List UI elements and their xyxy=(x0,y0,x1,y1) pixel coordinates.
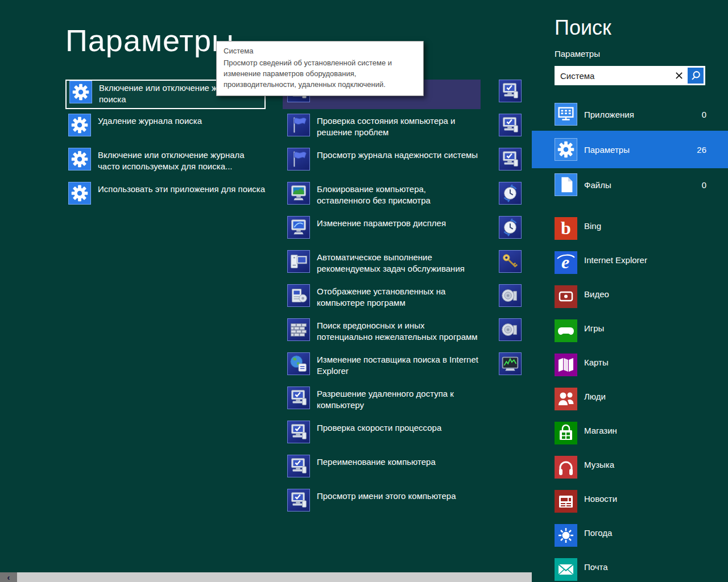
settings-result-label: Изменение поставщика поиска в Internet E… xyxy=(317,352,481,377)
filter-label: Файлы xyxy=(584,180,611,190)
svg-text:b: b xyxy=(561,218,571,238)
settings-result-label: Использовать эти приложения для поиска xyxy=(98,182,265,195)
computer-check-icon xyxy=(499,114,522,136)
start-search-screen: Параметры Включение или отключение журна… xyxy=(0,0,728,582)
app-result[interactable]: Музыка xyxy=(555,456,717,479)
settings-result-label: Включение или отключение журнала часто и… xyxy=(98,148,266,172)
settings-result-label: Проверка состояния компьютера и решение … xyxy=(317,114,481,138)
close-icon xyxy=(674,70,684,81)
page-title: Параметры xyxy=(65,23,234,58)
settings-result-partial[interactable] xyxy=(499,114,532,148)
app-result[interactable]: eInternet Explorer xyxy=(555,251,717,274)
gear-icon xyxy=(68,114,91,136)
app-result-label: Карты xyxy=(584,354,609,368)
settings-result-label: Удаление журнала поиска xyxy=(98,114,202,127)
settings-result-partial[interactable] xyxy=(499,284,532,318)
app-result[interactable]: Почта xyxy=(555,558,717,581)
settings-result[interactable]: Просмотр имени этого компьютера xyxy=(283,489,481,523)
weather-icon xyxy=(555,524,577,547)
flag-icon xyxy=(287,114,310,136)
settings-result-label: Просмотр имени этого компьютера xyxy=(317,489,456,502)
computer-check-icon xyxy=(287,489,310,512)
speaker-icon xyxy=(499,318,522,341)
settings-result[interactable]: Разрешение удаленного доступа к компьюте… xyxy=(283,386,481,421)
tooltip-title: Система xyxy=(224,46,416,56)
search-input[interactable] xyxy=(555,71,671,81)
search-filter-files[interactable]: Файлы0 xyxy=(532,168,728,201)
gear-icon xyxy=(69,81,92,103)
settings-result[interactable]: Проверка состояния компьютера и решение … xyxy=(283,114,481,148)
settings-result[interactable]: Блокирование компьютера, оставленного бе… xyxy=(283,182,481,216)
app-result-label: Люди xyxy=(584,388,606,402)
pane-title: Поиск xyxy=(555,16,611,40)
settings-result-partial[interactable] xyxy=(499,148,532,182)
app-result[interactable]: Люди xyxy=(555,388,717,410)
gear-icon xyxy=(555,138,577,161)
settings-result-partial[interactable] xyxy=(499,318,532,352)
settings-result-label: Блокирование компьютера, оставленного бе… xyxy=(317,182,481,206)
settings-result[interactable]: Проверка скорости процессора xyxy=(283,421,481,455)
search-filter-settings[interactable]: Параметры26 xyxy=(532,131,728,168)
app-result[interactable]: Видео xyxy=(555,285,717,308)
store-icon xyxy=(555,422,577,444)
settings-result-partial[interactable] xyxy=(499,250,532,284)
bing-b-icon: b xyxy=(555,217,577,240)
app-result[interactable]: Магазин xyxy=(555,422,717,444)
tooltip-body: Просмотр сведений об установленной систе… xyxy=(224,57,416,90)
app-result[interactable]: Погода xyxy=(555,524,717,547)
flag-icon xyxy=(287,148,310,171)
app-result-label: Bing xyxy=(584,217,601,231)
search-filter-apps[interactable]: Приложения0 xyxy=(532,98,728,131)
app-result[interactable]: bBing xyxy=(555,217,717,240)
settings-result[interactable]: Удаление журнала поиска xyxy=(65,114,266,148)
search-submit-button[interactable] xyxy=(688,68,704,84)
computer-check-icon xyxy=(499,80,522,102)
scroll-left-button[interactable]: ‹ xyxy=(0,572,17,582)
clock-sync-icon xyxy=(499,216,522,239)
search-icon xyxy=(689,69,702,82)
settings-result[interactable]: Отображение установленных на компьютере … xyxy=(283,284,481,318)
app-result-label: Магазин xyxy=(584,422,617,436)
filter-label: Приложения xyxy=(584,110,634,119)
program-box-icon xyxy=(287,284,310,307)
settings-result[interactable]: Просмотр журнала надежности системы xyxy=(283,148,481,182)
settings-result[interactable]: Изменение параметров дисплея xyxy=(283,216,481,250)
app-result-label: Видео xyxy=(584,285,609,300)
file-icon xyxy=(555,173,577,196)
settings-result[interactable]: Автоматическое выполнение рекомендуемых … xyxy=(283,250,481,284)
filter-label: Параметры xyxy=(584,145,630,155)
settings-result-label: Поиск вредоносных и иных потенциально не… xyxy=(317,318,481,343)
brick-wall-icon xyxy=(287,318,310,341)
settings-result[interactable]: Изменение поставщика поиска в Internet E… xyxy=(283,352,481,386)
settings-result-partial[interactable] xyxy=(499,182,532,216)
settings-result-partial[interactable] xyxy=(499,216,532,250)
speaker-icon xyxy=(499,284,522,307)
app-result[interactable]: Карты xyxy=(555,354,717,376)
apps-icon xyxy=(555,103,577,126)
settings-result-label: Разрешение удаленного доступа к компьюте… xyxy=(317,386,481,411)
scrollbar-track[interactable] xyxy=(17,572,532,582)
monitor-display-icon xyxy=(287,216,310,239)
globe-list-icon xyxy=(287,352,310,375)
app-result[interactable]: Новости xyxy=(555,490,717,513)
horizontal-scrollbar[interactable]: ‹ xyxy=(0,572,532,582)
gear-icon xyxy=(68,148,91,171)
settings-result[interactable]: Включение или отключение журнала часто и… xyxy=(65,148,266,182)
people-icon xyxy=(555,388,577,410)
settings-result-partial[interactable] xyxy=(499,80,532,114)
app-result-label: Новости xyxy=(584,490,617,504)
performance-icon xyxy=(499,352,522,375)
settings-result-label: Переименование компьютера xyxy=(317,455,436,468)
app-result-label: Музыка xyxy=(584,456,614,470)
clock-sync-icon xyxy=(499,182,522,205)
app-result[interactable]: Игры xyxy=(555,319,717,342)
keys-icon xyxy=(499,250,522,273)
settings-result[interactable]: Поиск вредоносных и иных потенциально не… xyxy=(283,318,481,352)
settings-result[interactable]: Переименование компьютера xyxy=(283,455,481,489)
app-result-label: Погода xyxy=(584,524,612,538)
settings-result[interactable]: Использовать эти приложения для поиска xyxy=(65,182,266,216)
clear-search-button[interactable] xyxy=(671,68,688,84)
settings-result-partial[interactable] xyxy=(499,352,532,386)
settings-result-label: Проверка скорости процессора xyxy=(317,421,441,434)
monitor-photo-icon xyxy=(287,182,310,205)
